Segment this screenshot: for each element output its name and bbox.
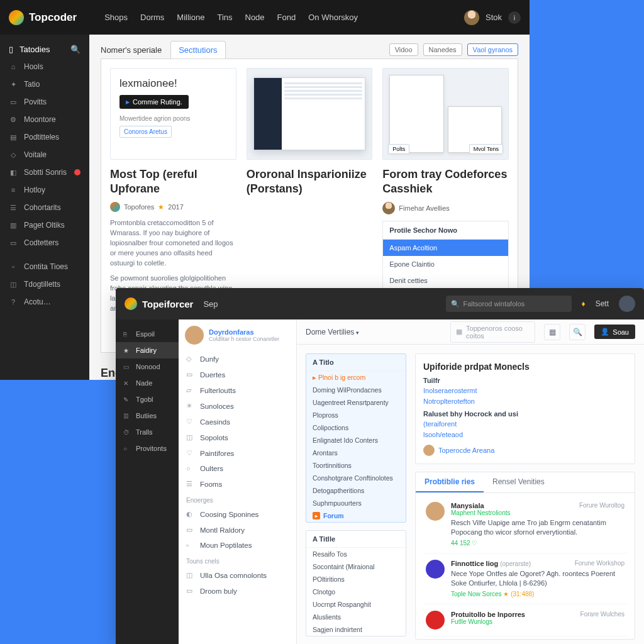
box-item[interactable]: Uagentreet Rensrtparenty bbox=[306, 396, 406, 409]
panel-item[interactable]: ◇Dunfy bbox=[179, 351, 296, 367]
box-item[interactable]: Uocrnpt Rospanghit bbox=[306, 598, 406, 611]
nav-link[interactable]: Fond bbox=[277, 13, 296, 22]
box-item[interactable]: Enlignatet Ido Conters bbox=[306, 434, 406, 447]
nav-link[interactable]: On Whorskoy bbox=[308, 13, 358, 22]
panel-item[interactable]: ▭Duertes bbox=[179, 367, 296, 382]
tab-active[interactable]: Secttutiors bbox=[170, 41, 225, 58]
card-thumbnail[interactable]: lexmaionee! Commie Ruting. Mowertidee ag… bbox=[110, 68, 236, 160]
toolbar-input[interactable]: ▦ Toppenoros cooso coitos bbox=[450, 321, 535, 343]
menu-item[interactable]: Epone Claintio bbox=[383, 256, 508, 272]
post[interactable]: ManysialaForure Wuroltog Maphent Nestrol… bbox=[423, 496, 627, 553]
card-thumbnail[interactable]: Polts Mvol Tens bbox=[382, 68, 509, 160]
dropdown[interactable]: Dome Vertilies bbox=[306, 328, 359, 336]
sidebar-item[interactable]: ☰Cohortarits bbox=[0, 199, 89, 216]
hero-link[interactable]: Inolseraerostermt bbox=[423, 386, 627, 396]
box-item[interactable]: Sagjen indnirtent bbox=[306, 623, 406, 636]
panel-item[interactable]: ☰Fooms bbox=[179, 476, 296, 492]
nav-link[interactable]: Shops bbox=[104, 13, 128, 22]
nav-link[interactable]: Tins bbox=[217, 13, 232, 22]
panel-item[interactable]: ▫Moun Poptilates bbox=[179, 538, 296, 553]
box-item[interactable]: Conshotgrare Conftinolotes bbox=[306, 472, 406, 484]
panel-item[interactable]: ◫Ulla Osa comnolonts bbox=[179, 567, 296, 583]
box-item[interactable]: Plopross bbox=[306, 409, 406, 421]
avatar-icon[interactable] bbox=[619, 296, 635, 312]
hero-link[interactable]: (teraiforent bbox=[423, 419, 627, 430]
box-item[interactable]: Clnotgo bbox=[306, 586, 406, 598]
tab[interactable]: Probtiblie ries bbox=[416, 472, 484, 492]
hero-author[interactable]: Toperocde Areana bbox=[423, 445, 627, 456]
grid-button[interactable]: ▦ bbox=[544, 324, 560, 340]
nav-link[interactable]: Millione bbox=[177, 13, 204, 22]
search-button[interactable]: 🔍 bbox=[569, 324, 586, 340]
nav-link[interactable]: Sep bbox=[203, 299, 218, 309]
panel-item[interactable]: ▭Montl Raldory bbox=[179, 522, 296, 538]
box-item[interactable]: POltiritions bbox=[306, 573, 406, 586]
panel-item[interactable]: ▭Droom buly bbox=[179, 583, 296, 599]
avatar-icon[interactable] bbox=[464, 10, 479, 25]
rail-item[interactable]: ✎Tgobl bbox=[116, 391, 179, 408]
primary-button[interactable]: 👤 Soau bbox=[594, 325, 635, 339]
notifications-icon[interactable]: i bbox=[508, 11, 521, 24]
panel-item[interactable]: ◐Coosing Sponines bbox=[179, 506, 296, 522]
menu-item[interactable]: Aspam Acoltion bbox=[383, 240, 508, 256]
forum-link[interactable]: ▸ Forum bbox=[306, 509, 406, 522]
panel-item[interactable]: ○Oulters bbox=[179, 461, 296, 476]
settings-link[interactable]: Sett bbox=[596, 299, 609, 308]
rail-item[interactable]: ☰Butiies bbox=[116, 408, 179, 424]
filter-pill[interactable]: Nanedes bbox=[423, 43, 462, 56]
sidebar-item[interactable]: ▭Codtetters bbox=[0, 234, 89, 252]
brand-logo[interactable]: Topcoder bbox=[9, 10, 77, 25]
search-input[interactable]: 🔍 Faltsorod wintafolos bbox=[446, 296, 572, 312]
bell-icon[interactable]: ♦ bbox=[582, 299, 586, 308]
sidebar-item[interactable]: ◧Sobtti Sonris bbox=[0, 164, 89, 181]
sidebar-item[interactable]: ✦Tatio bbox=[0, 75, 89, 93]
sidebar-item[interactable]: ⌂Hools bbox=[0, 58, 89, 75]
sidebar-item[interactable]: ?Acotu… bbox=[0, 293, 89, 311]
tab[interactable]: Rensel Venities bbox=[484, 472, 553, 492]
rail-item[interactable]: ▭Nonood bbox=[116, 358, 179, 375]
box-item[interactable]: Suphmpuourters bbox=[306, 497, 406, 509]
rail-item[interactable]: ○Provitonts bbox=[116, 440, 179, 457]
filter-pill[interactable]: Vidoo bbox=[389, 43, 418, 56]
sidebar-item[interactable]: ◫Tdogtilletts bbox=[0, 275, 89, 293]
box-item[interactable]: Doming WilProndacnes bbox=[306, 384, 406, 396]
box-highlight[interactable]: ▸ Plnoi b ig ercom bbox=[306, 371, 406, 384]
sidebar-item[interactable]: ▥Paget Oltiks bbox=[0, 216, 89, 234]
box-item[interactable]: Toortinnitions bbox=[306, 459, 406, 472]
filter-pill[interactable]: Vaol gyranos bbox=[467, 43, 518, 56]
thumb-link[interactable]: Conoros Aretus bbox=[119, 126, 172, 138]
rail-item[interactable]: ★Faidiry bbox=[116, 342, 179, 358]
panel-item[interactable]: ☀Sunoloces bbox=[179, 398, 296, 414]
box-item[interactable]: Aluslients bbox=[306, 611, 406, 623]
nav-link[interactable]: Dorms bbox=[140, 13, 164, 22]
panel-user-header[interactable]: Doyrdonfaras Coldlitar h cestor Conaretl… bbox=[179, 319, 296, 351]
panel-item[interactable]: ◫Sopolots bbox=[179, 430, 296, 445]
box-item[interactable]: Socontaint (Miraional bbox=[306, 560, 406, 573]
panel-item[interactable]: ♡Paintifores bbox=[179, 445, 296, 461]
sidebar-item[interactable]: ⚙Moontore bbox=[0, 111, 89, 128]
rail-item[interactable]: ⏱Tralls bbox=[116, 424, 179, 440]
nav-link[interactable]: Node bbox=[245, 13, 265, 22]
rail-item[interactable]: ✕Nade bbox=[116, 375, 179, 391]
box-item[interactable]: Resaifo Tos bbox=[306, 548, 406, 560]
box-item[interactable]: Colipoctions bbox=[306, 421, 406, 434]
hero-link[interactable]: lsooh/eteaod bbox=[423, 430, 627, 440]
menu-item[interactable]: Denit cetties bbox=[383, 272, 508, 289]
brand-logo[interactable]: Topeiforcer bbox=[125, 297, 193, 310]
play-button[interactable]: Commie Ruting. bbox=[119, 95, 189, 109]
card-thumbnail[interactable] bbox=[247, 68, 373, 160]
sidebar-item[interactable]: ◇Voitale bbox=[0, 146, 89, 164]
post[interactable]: Finnottice liog (operarste)Forune Worksh… bbox=[423, 553, 627, 604]
hero-link[interactable]: Notroplterotefton bbox=[423, 396, 627, 407]
box-item[interactable]: Arontars bbox=[306, 447, 406, 459]
panel-item[interactable]: ♡Caesinds bbox=[179, 414, 296, 430]
sidebar-item[interactable]: ▭Povitts bbox=[0, 93, 89, 111]
sidebar-item[interactable]: ▫Contita Tioes bbox=[0, 258, 89, 275]
sidebar-item[interactable]: ≡Hotloy bbox=[0, 181, 89, 199]
search-icon[interactable]: 🔍 bbox=[70, 45, 80, 54]
rail-item[interactable]: ⎘Espoil bbox=[116, 326, 179, 342]
panel-item[interactable]: ▱Fulterloutts bbox=[179, 382, 296, 398]
box-item[interactable]: Detogaptheritions bbox=[306, 484, 406, 497]
sidebar-item[interactable]: ▤Podtitteles bbox=[0, 128, 89, 146]
post[interactable]: Protuitollo be InporresForare Wulches Fu… bbox=[423, 604, 627, 636]
